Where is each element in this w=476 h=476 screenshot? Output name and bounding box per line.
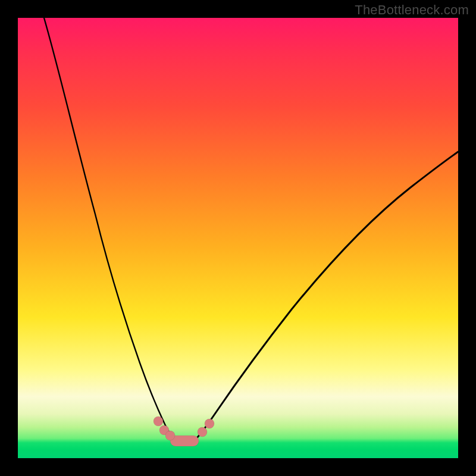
right-branch xyxy=(194,152,458,441)
watermark-text: TheBottleneck.com xyxy=(355,2,469,18)
left-branch xyxy=(44,18,177,441)
plot-area xyxy=(18,18,458,458)
chart-frame: TheBottleneck.com xyxy=(0,0,476,476)
curve-svg xyxy=(18,18,458,458)
svg-point-0 xyxy=(154,416,163,426)
svg-point-3 xyxy=(198,427,207,437)
svg-point-4 xyxy=(205,419,214,428)
svg-point-2 xyxy=(165,431,175,440)
